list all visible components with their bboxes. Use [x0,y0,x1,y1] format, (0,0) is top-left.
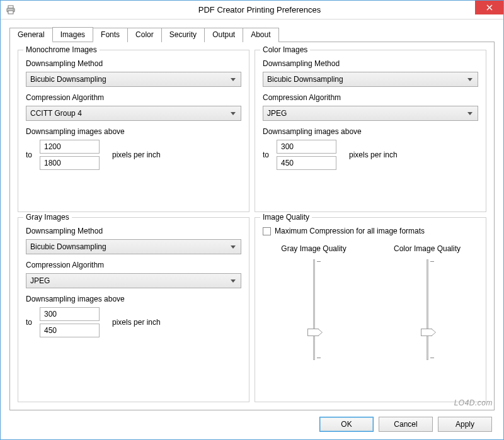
color-downsample-row: to pixels per inch [263,140,478,170]
group-monochrome: Monochrome Images Downsampling Method Bi… [18,50,249,212]
label-downsampling-method: Downsampling Method [26,227,241,235]
tab-output[interactable]: Output [204,28,243,42]
svg-point-3 [13,9,14,10]
content-area: General Images Fonts Color Security Outp… [1,20,503,439]
color-quality-thumb[interactable] [421,329,432,336]
ok-button[interactable]: OK [319,417,374,432]
gray-algorithm-combo[interactable]: JPEG [26,273,241,288]
color-quality-label: Color Image Quality [394,244,461,253]
group-title: Image Quality [260,213,312,222]
label-to: to [263,150,269,159]
mono-method-combo[interactable]: Bicubic Downsampling [26,72,241,87]
gray-quality-col: Gray Image Quality [270,244,358,360]
gray-quality-thumb[interactable] [307,329,319,336]
cancel-button[interactable]: Cancel [379,417,433,432]
window-title: PDF Creator Printing Preferences [16,5,503,14]
color-algorithm-combo[interactable]: JPEG [263,106,478,121]
gray-above-2-input[interactable] [40,324,100,337]
label-compression-algorithm: Compression Algorithm [263,93,478,102]
label-compression-algorithm: Compression Algorithm [26,261,241,269]
label-compression-algorithm: Compression Algorithm [26,93,241,102]
apply-button[interactable]: Apply [438,417,492,432]
color-method-combo[interactable]: Bicubic Downsampling [263,72,478,87]
label-downsampling-above: Downsampling images above [26,127,241,136]
tab-security[interactable]: Security [161,28,205,42]
gray-method-value: Bicubic Downsampling [30,242,106,251]
tab-fonts[interactable]: Fonts [93,28,128,42]
label-downsampling-method: Downsampling Method [263,59,478,68]
mono-method-value: Bicubic Downsampling [30,75,106,84]
tab-body: Monochrome Images Downsampling Method Bi… [9,42,495,410]
mono-algorithm-combo[interactable]: CCITT Group 4 [26,106,241,121]
max-compression-row[interactable]: Maximum Compression for all image format… [263,227,478,235]
titlebar: PDF Creator Printing Preferences [1,1,503,20]
close-button[interactable] [475,1,503,14]
dialog-buttons: OK Cancel Apply [9,410,495,434]
label-to: to [26,150,32,159]
tab-about[interactable]: About [243,28,278,42]
max-compression-checkbox[interactable] [263,227,271,235]
tab-color[interactable]: Color [127,28,162,42]
tab-general[interactable]: General [9,28,53,42]
group-gray: Gray Images Downsampling Method Bicubic … [18,217,249,402]
gray-quality-label: Gray Image Quality [281,244,346,253]
color-above-2-input[interactable] [277,156,336,170]
gray-downsample-row: to pixels per inch [26,307,241,337]
color-method-value: Bicubic Downsampling [267,75,343,84]
gray-above-1-input[interactable] [40,307,100,321]
gray-quality-slider[interactable] [304,259,323,360]
svg-rect-0 [8,6,13,8]
printer-icon [6,5,16,15]
color-algorithm-value: JPEG [267,109,287,118]
group-title: Gray Images [23,213,72,222]
svg-rect-2 [8,11,13,14]
color-above-1-input[interactable] [277,140,336,154]
label-to: to [26,318,32,327]
sliders-row: Gray Image Quality Color Image Quality [263,244,478,360]
max-compression-label: Maximum Compression for all image format… [275,227,425,235]
gray-algorithm-value: JPEG [30,276,50,285]
mono-above-2-input[interactable] [40,156,100,170]
label-downsampling-method: Downsampling Method [26,59,241,68]
label-ppi: pixels per inch [349,150,398,159]
window: PDF Creator Printing Preferences General… [0,0,504,440]
label-downsampling-above: Downsampling images above [263,127,478,136]
label-downsampling-above: Downsampling images above [26,295,241,303]
gray-method-combo[interactable]: Bicubic Downsampling [26,239,241,254]
close-icon [486,4,493,11]
tab-images[interactable]: Images [52,27,93,42]
label-ppi: pixels per inch [112,318,161,327]
tab-strip: General Images Fonts Color Security Outp… [9,27,495,42]
group-title: Color Images [260,45,310,54]
group-title: Monochrome Images [23,45,100,54]
color-quality-col: Color Image Quality [383,244,471,360]
label-ppi: pixels per inch [112,150,161,159]
mono-above-1-input[interactable] [40,140,100,154]
group-color: Color Images Downsampling Method Bicubic… [255,50,486,212]
mono-algorithm-value: CCITT Group 4 [30,109,82,118]
mono-downsample-row: to pixels per inch [26,140,241,170]
color-quality-slider[interactable] [418,259,437,360]
group-image-quality: Image Quality Maximum Compression for al… [255,217,486,402]
